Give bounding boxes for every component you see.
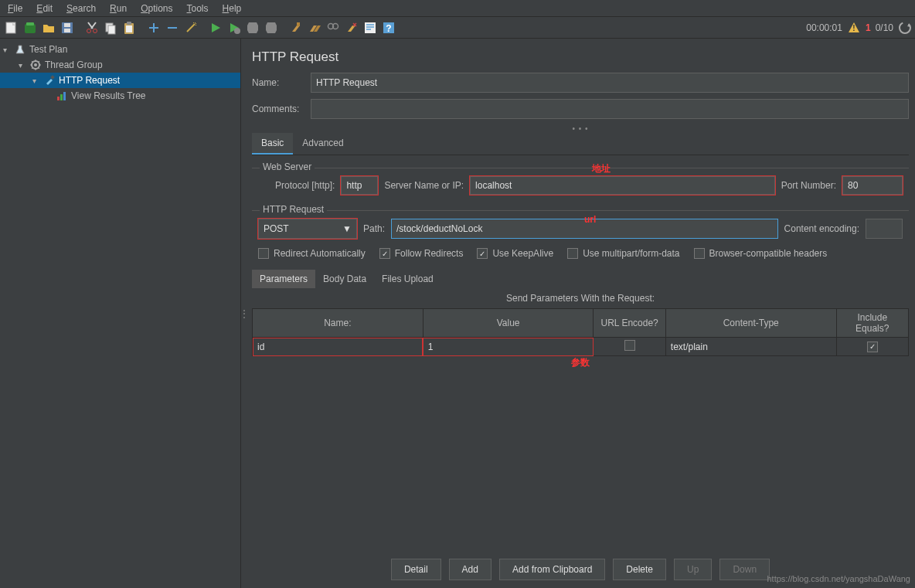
menu-help[interactable]: Help [218, 2, 247, 15]
pipette-icon [43, 74, 56, 87]
error-count: 1 [866, 22, 871, 33]
collapse-handle[interactable]: • • • [252, 125, 909, 131]
svg-rect-22 [365, 22, 376, 33]
cell-include-equals[interactable] [836, 338, 908, 356]
add-button[interactable]: Add [449, 559, 492, 580]
add-from-clipboard-button[interactable]: Add from Clipboard [499, 559, 605, 580]
run-notimer-icon[interactable] [226, 19, 243, 36]
up-button[interactable]: Up [674, 559, 712, 580]
panel-title: HTTP Request [252, 39, 909, 73]
cell-name[interactable]: id [253, 338, 423, 356]
encoding-label: Content encoding: [784, 223, 859, 234]
cut-icon[interactable] [83, 19, 100, 36]
flask-icon [14, 43, 26, 56]
svg-marker-18 [266, 22, 277, 33]
reload-icon[interactable] [898, 21, 912, 35]
clear-all-icon[interactable] [306, 19, 323, 36]
col-value[interactable]: Value [423, 309, 594, 338]
server-name-input[interactable] [470, 176, 775, 195]
detail-button[interactable]: Detail [391, 559, 441, 580]
expand-icon[interactable]: ▾ [19, 61, 28, 70]
stop-icon[interactable] [244, 19, 261, 36]
watermark: https://blog.csdn.net/yangshaDaWang [767, 574, 911, 583]
menu-edit[interactable]: Edit [32, 2, 57, 15]
paste-icon[interactable] [121, 19, 138, 36]
menu-tools[interactable]: Tools [182, 2, 213, 15]
minus-icon[interactable] [164, 19, 181, 36]
tree-label: HTTP Request [57, 75, 120, 86]
reset-search-icon[interactable] [343, 19, 360, 36]
tab-advanced[interactable]: Advanced [293, 133, 352, 155]
function-icon[interactable] [362, 19, 379, 36]
gear-icon [29, 59, 42, 71]
browser-compat-checkbox[interactable] [694, 248, 705, 259]
expand-icon[interactable]: ▾ [3, 46, 12, 54]
copy-icon[interactable] [102, 19, 119, 36]
keepalive-label: Use KeepAlive [492, 248, 553, 259]
multipart-checkbox[interactable] [567, 248, 578, 259]
encoding-input[interactable] [866, 219, 903, 239]
col-name[interactable]: Name: [253, 309, 423, 338]
expand-icon[interactable]: ▾ [32, 76, 42, 85]
table-row[interactable]: id 1 text/plain [253, 338, 909, 356]
col-content-type[interactable]: Content-Type [665, 309, 836, 338]
chart-icon [56, 90, 68, 102]
tree-item-test-plan[interactable]: ▾ Test Plan [0, 42, 240, 57]
redirect-auto-checkbox[interactable] [258, 248, 269, 259]
warning-icon[interactable]: ! [847, 21, 861, 35]
follow-redirects-checkbox[interactable] [379, 248, 390, 259]
path-label: Path: [363, 223, 385, 234]
menu-search[interactable]: Search [62, 2, 100, 15]
plus-icon[interactable] [145, 19, 162, 36]
subtab-parameters[interactable]: Parameters [252, 270, 315, 288]
browser-compat-label: Browser-compatible headers [709, 248, 828, 259]
svg-rect-34 [63, 92, 66, 100]
subtab-files-upload[interactable]: Files Upload [374, 270, 441, 288]
svg-rect-31 [50, 75, 55, 80]
menu-run[interactable]: Run [105, 2, 131, 15]
down-button[interactable]: Down [719, 559, 770, 580]
tab-basic[interactable]: Basic [252, 133, 293, 155]
tab-bar: Basic Advanced [252, 133, 909, 155]
method-select[interactable]: POST ▼ [258, 219, 357, 239]
annotation-url: url [584, 214, 596, 225]
save-icon[interactable] [59, 19, 76, 36]
port-input[interactable] [842, 176, 903, 195]
svg-text:!: ! [852, 24, 855, 32]
test-plan-tree[interactable]: ▾ Test Plan ▾ Thread Group ▾ HTTP Reques… [0, 39, 241, 588]
params-title: Send Parameters With the Request: [252, 288, 909, 308]
comments-input[interactable] [311, 99, 909, 119]
svg-rect-13 [126, 25, 132, 32]
new-icon[interactable] [3, 19, 20, 36]
tree-item-view-results-tree[interactable]: View Results Tree [0, 88, 240, 104]
help-icon[interactable]: ? [380, 19, 397, 36]
wand-icon[interactable] [182, 19, 199, 36]
multipart-label: Use multipart/form-data [583, 248, 679, 259]
name-input[interactable] [311, 73, 909, 93]
toolbar: ? 00:00:01 ! 1 0/10 [0, 17, 915, 39]
tree-item-thread-group[interactable]: ▾ Thread Group [0, 57, 240, 73]
cell-value[interactable]: 1 [423, 338, 594, 356]
search-icon[interactable] [325, 19, 342, 36]
menu-file[interactable]: File [3, 2, 27, 15]
menu-options[interactable]: Options [136, 2, 177, 15]
clear-icon[interactable] [287, 19, 304, 36]
run-icon[interactable] [207, 19, 224, 36]
delete-button[interactable]: Delete [613, 559, 666, 580]
templates-icon[interactable] [22, 19, 39, 36]
svg-point-30 [34, 63, 37, 66]
keepalive-checkbox[interactable] [477, 248, 488, 259]
col-include-equals[interactable]: Include Equals? [836, 309, 908, 338]
protocol-input[interactable] [341, 176, 378, 195]
subtab-body-data[interactable]: Body Data [315, 270, 374, 288]
svg-rect-33 [60, 94, 63, 100]
protocol-label: Protocol [http]: [275, 180, 335, 191]
shutdown-icon[interactable] [263, 19, 280, 36]
col-urlencode[interactable]: URL Encode? [594, 309, 665, 338]
elapsed-time: 00:00:01 [806, 22, 842, 33]
tree-item-http-request[interactable]: ▾ HTTP Request [0, 73, 240, 88]
web-server-group: Web Server 地址 Protocol [http]: Server Na… [252, 168, 909, 195]
cell-content-type[interactable]: text/plain [665, 338, 836, 356]
open-icon[interactable] [40, 19, 57, 36]
cell-urlencode[interactable] [594, 338, 665, 356]
